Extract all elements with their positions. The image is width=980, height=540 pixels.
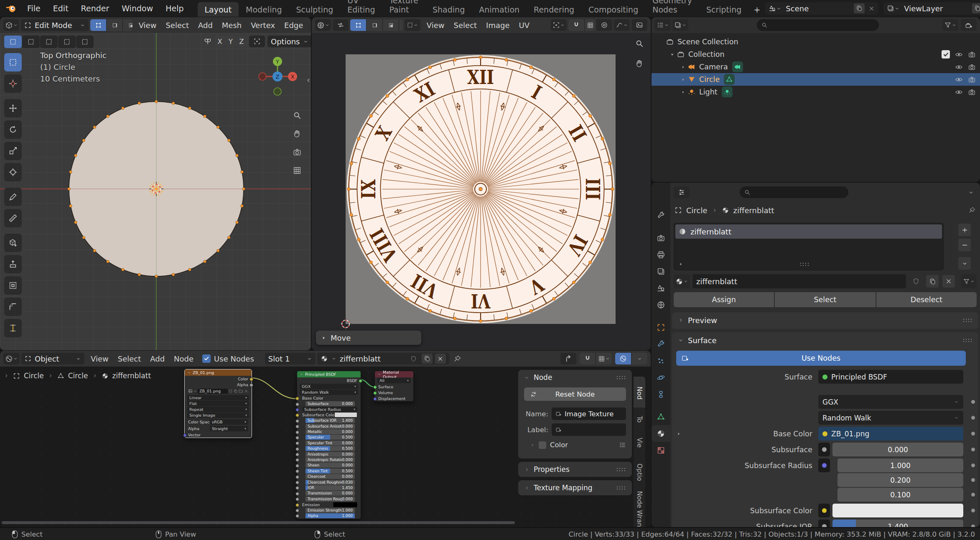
material-slot-item[interactable]: ziffernblatt bbox=[675, 224, 942, 239]
image-overlay-button[interactable] bbox=[631, 19, 647, 31]
target-dropdown[interactable]: All▾ bbox=[377, 378, 411, 383]
pivot-point-dropdown[interactable] bbox=[551, 19, 567, 31]
expand-arrow-icon[interactable] bbox=[678, 77, 687, 82]
dropdown-flat[interactable]: Flat▾ bbox=[187, 401, 249, 406]
tool-cursor[interactable] bbox=[4, 74, 22, 93]
input-displacement[interactable]: Displacement bbox=[375, 395, 413, 401]
viewport-menu-mesh[interactable]: Mesh bbox=[217, 21, 246, 30]
tool-move[interactable] bbox=[4, 99, 22, 117]
sidebar-tab-optio[interactable]: Optio bbox=[634, 454, 645, 490]
zoom-icon[interactable] bbox=[293, 111, 302, 120]
new-viewlayer-button[interactable] bbox=[972, 3, 980, 13]
new-collection-button[interactable] bbox=[961, 19, 977, 31]
breadcrumb-material[interactable]: ziffernblatt bbox=[112, 372, 151, 380]
assign-button[interactable]: Assign bbox=[674, 292, 774, 307]
pan-icon[interactable] bbox=[293, 129, 302, 138]
disable-render-icon[interactable] bbox=[968, 51, 976, 59]
snap-target-dropdown[interactable] bbox=[596, 353, 612, 364]
face-select-button[interactable] bbox=[123, 19, 132, 31]
uv-vertex-select-button[interactable] bbox=[350, 19, 366, 31]
node-panel-header[interactable]: Node bbox=[518, 370, 632, 385]
param-roughness[interactable]: Roughness0.500 bbox=[297, 446, 361, 451]
select-invert-button[interactable] bbox=[58, 36, 76, 48]
menu-render[interactable]: Render bbox=[75, 4, 116, 13]
properties-tab-physics[interactable] bbox=[652, 369, 670, 386]
subsurface-ior-slider[interactable]: 1.400 bbox=[832, 520, 963, 527]
uv-edge-select-button[interactable] bbox=[367, 19, 382, 31]
shader-type-dropdown[interactable]: Object bbox=[21, 353, 84, 364]
sss-method-dropdown[interactable]: Random Walk▾ bbox=[300, 390, 358, 395]
browse-material-button[interactable] bbox=[674, 274, 690, 288]
fake-user-button[interactable] bbox=[910, 275, 922, 288]
properties-tab-view-layer[interactable] bbox=[652, 263, 670, 280]
go-to-parent-button[interactable] bbox=[560, 353, 576, 364]
snap-options-button[interactable] bbox=[249, 36, 265, 47]
decorator-dot[interactable] bbox=[971, 432, 975, 436]
disable-render-icon[interactable] bbox=[968, 76, 976, 84]
param-subsurface-ior[interactable]: Subsurface IOR1.400 bbox=[297, 418, 361, 423]
open-image-icon[interactable] bbox=[239, 389, 243, 393]
viewport-menu-view[interactable]: View bbox=[134, 21, 161, 30]
tool-extrude[interactable] bbox=[4, 255, 22, 273]
gizmo-x[interactable]: X bbox=[291, 74, 294, 80]
image-datablock-row[interactable]: ZB_01.png bbox=[185, 387, 252, 395]
param-sheen[interactable]: Sheen0.000 bbox=[297, 463, 361, 468]
pair-alpha[interactable]: AlphaStraight▾ bbox=[185, 425, 252, 432]
outliner-row-camera[interactable]: Camera bbox=[652, 61, 980, 73]
properties-tab-material[interactable] bbox=[652, 425, 670, 442]
decorator-dot[interactable] bbox=[971, 509, 975, 512]
outliner-row-light[interactable]: Light bbox=[652, 86, 980, 98]
menu-help[interactable]: Help bbox=[159, 4, 190, 13]
subsurface-slider[interactable]: 0.000 bbox=[832, 443, 963, 456]
copy-material-button[interactable] bbox=[926, 275, 939, 288]
decorator-dot[interactable] bbox=[971, 478, 975, 482]
tool-scale[interactable] bbox=[4, 142, 22, 160]
principled-bsdf-node[interactable]: Principled BSDF BSDF GGX▾ Random Walk▾ B… bbox=[297, 371, 361, 519]
uv-island-select-button[interactable] bbox=[399, 19, 403, 31]
delete-scene-button[interactable] bbox=[866, 3, 877, 13]
axis-toggle-z[interactable]: Z bbox=[237, 36, 247, 47]
properties-tab-scene[interactable] bbox=[652, 280, 670, 296]
snap-magnet-button[interactable] bbox=[580, 353, 596, 364]
presets-icon[interactable] bbox=[619, 441, 626, 448]
workspace-tab-shading[interactable]: Shading bbox=[425, 2, 472, 17]
nodetree-filter-button[interactable] bbox=[961, 274, 977, 288]
shader-menu-add[interactable]: Add bbox=[145, 354, 169, 363]
options-icon[interactable] bbox=[968, 189, 974, 196]
radius-y-slider[interactable]: 0.200 bbox=[837, 473, 963, 487]
use-nodes-checkbox[interactable]: Use Nodes bbox=[202, 354, 254, 363]
surface-shader-field[interactable]: Principled BSDF bbox=[818, 370, 963, 384]
distribution-dropdown[interactable]: GGX bbox=[818, 395, 963, 409]
uv-sync-button[interactable] bbox=[333, 19, 349, 31]
radius-x-slider[interactable]: 1.000 bbox=[837, 458, 963, 472]
param-anisotropic-rotation[interactable]: Anisotropic Rotation0.000 bbox=[297, 457, 361, 462]
dropdown-single-image[interactable]: Single Image▾ bbox=[187, 413, 249, 418]
param-clearcoat-roughness[interactable]: Clearcoat Roughness0.030 bbox=[297, 479, 361, 485]
copy-icon[interactable] bbox=[234, 389, 238, 393]
fake-user-button[interactable] bbox=[408, 354, 419, 364]
decorator-dot[interactable] bbox=[971, 416, 975, 420]
param-clearcoat[interactable]: Clearcoat0.000 bbox=[297, 474, 361, 479]
shader-menu-view[interactable]: View bbox=[86, 354, 113, 363]
sticky-select-dropdown[interactable] bbox=[405, 19, 420, 31]
axis-toggle-x[interactable]: X bbox=[215, 36, 225, 47]
gizmo-z[interactable]: Z bbox=[276, 74, 280, 80]
param-ior[interactable]: IOR1.450 bbox=[297, 485, 361, 490]
navigation-gizmo[interactable]: YXZ bbox=[257, 56, 298, 97]
subsurface-socket[interactable] bbox=[818, 443, 830, 456]
subsurface-radius-socket[interactable] bbox=[818, 458, 830, 472]
hide-viewport-icon[interactable] bbox=[955, 63, 963, 71]
pin-icon[interactable] bbox=[453, 355, 461, 363]
decorator-dot[interactable] bbox=[971, 464, 975, 467]
camera-view-icon[interactable] bbox=[293, 148, 302, 157]
operator-panel[interactable]: Move bbox=[316, 331, 421, 345]
outliner-row-collection[interactable]: Collection bbox=[652, 48, 980, 61]
image-texture-node[interactable]: ZB_01.png ColorAlpha ZB_01.png Linear▾Fl… bbox=[184, 369, 252, 438]
node-name-field[interactable]: Image Texture bbox=[552, 408, 626, 420]
radius-z-slider[interactable]: 0.100 bbox=[837, 488, 963, 502]
properties-tab-constraints[interactable] bbox=[652, 386, 670, 402]
tool-loop-cut[interactable] bbox=[4, 319, 22, 337]
slot-dropdown[interactable]: Slot 1 bbox=[265, 353, 316, 364]
select-button[interactable]: Select bbox=[775, 292, 875, 307]
viewport-menu-edge[interactable]: Edge bbox=[280, 21, 308, 30]
